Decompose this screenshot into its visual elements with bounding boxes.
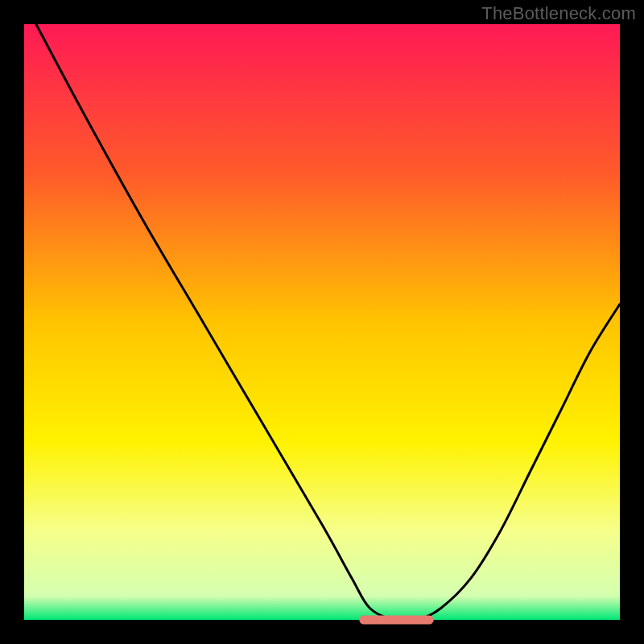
chart-background-gradient: [24, 24, 620, 620]
chart-frame: TheBottleneck.com: [0, 0, 644, 644]
watermark-text: TheBottleneck.com: [481, 3, 636, 24]
bottleneck-chart: [0, 0, 644, 644]
